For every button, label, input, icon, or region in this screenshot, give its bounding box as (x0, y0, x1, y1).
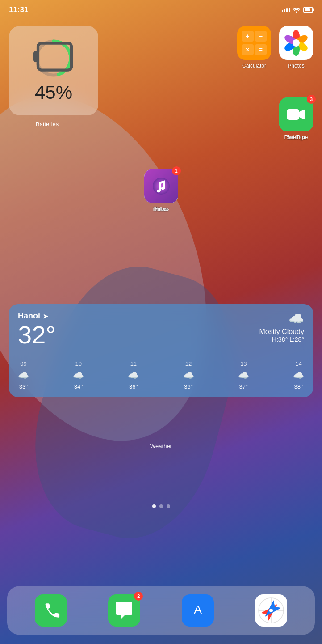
forecast-item: 13 ☁️ 37° (238, 360, 249, 390)
svg-point-21 (153, 178, 170, 195)
weather-forecast: 09 ☁️ 33° 10 ☁️ 34° 11 ☁️ 36° 12 ☁️ 36° … (18, 355, 304, 390)
forecast-item: 11 ☁️ 36° (128, 360, 139, 390)
weather-temperature: 32° (18, 322, 56, 347)
forecast-item: 09 ☁️ 33° (18, 360, 29, 390)
forecast-item: 14 ☁️ 38° (293, 360, 304, 390)
row1-icons: + − × = Calculator (237, 26, 313, 69)
app-facetime-wrapper[interactable]: FaceTime (279, 97, 313, 140)
page-dots (0, 504, 322, 508)
itunes-label: iTunes (153, 206, 169, 212)
battery-icon (303, 7, 313, 13)
weather-top: Hanoi ➤ 32° ☁️ Mostly Cloudy H:38° L:28° (18, 311, 304, 347)
svg-text:A: A (193, 603, 202, 617)
svg-marker-16 (299, 109, 305, 120)
weather-high-low: H:38° L:28° (259, 336, 304, 343)
app-calculator-wrapper[interactable]: + − × = Calculator (237, 26, 271, 69)
weather-widget[interactable]: Hanoi ➤ 32° ☁️ Mostly Cloudy H:38° L:28°… (9, 304, 313, 397)
batteries-label: Batteries (36, 121, 59, 127)
status-time: 11:31 (9, 5, 28, 14)
messages-badge: 2 (134, 592, 143, 601)
dock-appstore[interactable]: A (182, 594, 214, 627)
svg-rect-3 (38, 43, 71, 70)
svg-point-10 (293, 39, 300, 47)
calc-minus: − (259, 33, 263, 40)
dock-safari[interactable] (255, 594, 287, 627)
calc-plus: + (246, 33, 249, 40)
weather-city: Hanoi ➤ (18, 311, 56, 321)
row2-icons: 3 Settings FaceTime (279, 97, 313, 140)
page-dot-3 (167, 504, 170, 508)
calc-times: × (246, 46, 249, 53)
forecast-item: 10 ☁️ 34° (73, 360, 84, 390)
status-icons (282, 6, 313, 14)
calculator-app-icon[interactable]: + − × = (237, 26, 271, 60)
itunes-badge: 1 (172, 166, 181, 175)
calculator-label: Calculator (242, 63, 266, 69)
location-arrow-icon: ➤ (43, 313, 48, 320)
weather-widget-label: Weather (0, 443, 322, 449)
page-dot-2 (159, 504, 163, 508)
battery-percent: 45% (35, 82, 72, 103)
battery-ring (33, 38, 74, 78)
safari-app-icon[interactable] (255, 594, 287, 627)
status-bar: 11:31 (0, 0, 322, 20)
messages-app-icon[interactable]: 2 (108, 594, 140, 627)
facetime-label: FaceTime (284, 134, 308, 140)
weather-desc: Mostly Cloudy H:38° L:28° (259, 328, 304, 343)
itunes-app-icon[interactable]: 1 (144, 169, 178, 203)
svg-point-29 (269, 609, 273, 612)
signal-bars-icon (282, 8, 290, 12)
appstore-app-icon[interactable]: A (182, 594, 214, 627)
battery-ring-icon (33, 37, 74, 80)
svg-rect-15 (287, 109, 299, 120)
batteries-widget[interactable]: 45% (9, 26, 98, 115)
dock: 2 A (7, 586, 315, 635)
photos-app-icon[interactable] (279, 26, 313, 60)
dock-phone[interactable] (35, 594, 67, 627)
weather-left: Hanoi ➤ 32° (18, 311, 56, 347)
weather-right: ☁️ Mostly Cloudy H:38° L:28° (259, 311, 304, 343)
weather-condition: Mostly Cloudy (259, 328, 304, 336)
wifi-icon (293, 6, 301, 14)
forecast-item: 12 ☁️ 36° (183, 360, 194, 390)
battery-fill (305, 8, 310, 11)
settings-badge: 3 (307, 95, 316, 104)
app-itunes-wrapper[interactable]: 1 iTunes (144, 169, 178, 212)
app-photos-wrapper[interactable]: Photos (279, 26, 313, 69)
page-dot-1 (152, 504, 156, 508)
weather-cloud-icon: ☁️ (289, 311, 304, 326)
photos-label: Photos (288, 63, 304, 69)
calc-equals: = (259, 46, 263, 53)
dock-messages[interactable]: 2 (108, 594, 140, 627)
phone-app-icon[interactable] (35, 594, 67, 627)
home-screen: 11:31 (0, 0, 322, 644)
photos-petals (279, 26, 313, 60)
